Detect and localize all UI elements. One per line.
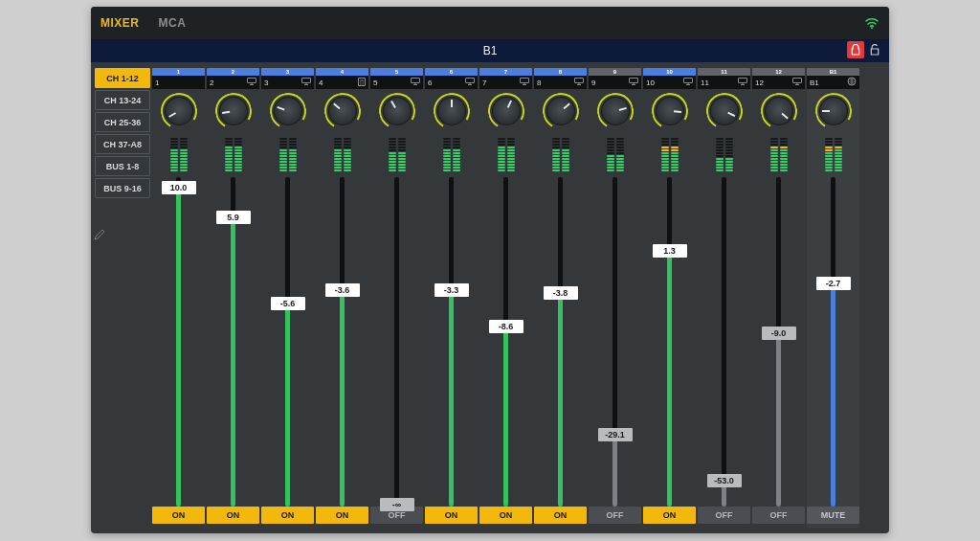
channel-on-button[interactable]: ON	[316, 507, 368, 524]
top-tab-bar: MIXER MCA	[91, 7, 889, 39]
pan-knob[interactable]	[656, 97, 684, 125]
channel-header-tab[interactable]: 7	[479, 68, 532, 76]
channel-source-row[interactable]: 3	[261, 76, 314, 89]
channel-header-tab[interactable]: 4	[316, 68, 368, 76]
channel-header-tab[interactable]: 12	[752, 68, 805, 76]
channel-on-button[interactable]: OFF	[752, 507, 805, 524]
channel-header-tab[interactable]: 6	[425, 68, 478, 76]
pan-knob[interactable]	[165, 97, 193, 125]
channel-header-tab[interactable]: B1	[807, 68, 859, 76]
channel-source-row[interactable]: 4	[316, 76, 368, 89]
channel-source-row[interactable]: 5	[370, 76, 423, 89]
channel-on-button[interactable]: ON	[534, 507, 587, 524]
svg-rect-11	[793, 79, 802, 83]
channel-on-button[interactable]: ON	[425, 507, 478, 524]
bank-button-ch37-a8[interactable]: CH 37-A8	[95, 134, 150, 154]
tab-mixer[interactable]: MIXER	[100, 16, 140, 30]
channel-header-tab[interactable]: 2	[207, 68, 259, 76]
level-meter	[479, 133, 532, 171]
fader[interactable]: 5.9	[207, 171, 259, 507]
level-meter	[207, 133, 259, 171]
svg-rect-2	[302, 79, 311, 83]
channel-on-button[interactable]: ON	[207, 507, 259, 524]
channel-source-row[interactable]: 6	[425, 76, 478, 89]
channel-source-row[interactable]: 2	[207, 76, 259, 89]
level-meter	[370, 133, 423, 171]
svg-rect-10	[739, 79, 747, 83]
fader[interactable]: -2.7	[807, 171, 859, 507]
level-meter	[589, 133, 641, 171]
svg-rect-1	[248, 79, 256, 83]
pan-knob[interactable]	[546, 97, 575, 125]
pan-knob[interactable]	[274, 97, 302, 125]
bank-button-bus9-16[interactable]: BUS 9-16	[95, 178, 150, 198]
lock-button-locked[interactable]	[847, 41, 864, 58]
pan-knob[interactable]	[765, 97, 793, 125]
bank-selector: CH 1-12CH 13-24CH 25-36CH 37-A8BUS 1-8BU…	[91, 62, 150, 533]
channel-header-tab[interactable]: 9	[589, 68, 641, 76]
fader-readout: -9.0	[762, 327, 796, 340]
fader[interactable]: 10.0	[152, 171, 205, 507]
channel-strip-11: 1111-53.0OFF	[698, 68, 750, 528]
fader-readout: 5.9	[216, 211, 251, 224]
svg-rect-4	[412, 79, 420, 83]
output-title: B1	[483, 44, 498, 57]
fader[interactable]: -8.6	[479, 171, 532, 507]
channel-on-button[interactable]: OFF	[698, 507, 750, 524]
channel-source-row[interactable]: 10	[643, 76, 696, 89]
channel-source-row[interactable]: 7	[479, 76, 532, 89]
bank-button-ch1-12[interactable]: CH 1-12	[95, 68, 150, 88]
channel-on-button[interactable]: OFF	[589, 507, 641, 524]
level-meter	[807, 133, 859, 171]
pan-knob[interactable]	[328, 97, 357, 125]
svg-rect-7	[575, 79, 584, 83]
channel-header-tab[interactable]: 11	[698, 68, 750, 76]
tab-mca[interactable]: MCA	[159, 16, 187, 30]
channel-on-button[interactable]: ON	[152, 507, 205, 524]
svg-rect-6	[521, 79, 529, 83]
pan-knob[interactable]	[383, 97, 412, 125]
fader-readout: -∞	[380, 498, 414, 511]
fader[interactable]: -5.6	[261, 171, 314, 507]
monitor-icon	[683, 78, 693, 87]
bank-button-ch25-36[interactable]: CH 25-36	[95, 112, 150, 132]
monitor-icon	[792, 78, 802, 87]
fader-readout: -3.6	[325, 283, 360, 297]
lock-button-unlocked[interactable]	[866, 41, 883, 58]
fader[interactable]: -3.8	[534, 171, 587, 507]
channel-header-tab[interactable]: 3	[261, 68, 314, 76]
pan-knob[interactable]	[601, 97, 630, 125]
bank-button-ch13-24[interactable]: CH 13-24	[95, 90, 150, 110]
fader[interactable]: -9.0	[752, 171, 805, 507]
monitor-icon	[247, 78, 256, 87]
fader[interactable]: 1.3	[643, 171, 696, 507]
pan-knob[interactable]	[492, 97, 521, 125]
pan-knob[interactable]	[819, 97, 848, 125]
level-meter	[534, 133, 587, 171]
channel-header-tab[interactable]: 5	[370, 68, 423, 76]
channel-header-tab[interactable]: 8	[534, 68, 587, 76]
edit-icon[interactable]	[94, 229, 105, 242]
channel-source-row[interactable]: 11	[698, 76, 750, 89]
mute-button[interactable]: MUTE	[807, 507, 859, 524]
pan-knob[interactable]	[437, 97, 466, 125]
bank-button-bus1-8[interactable]: BUS 1-8	[95, 156, 150, 176]
fader[interactable]: -53.0	[698, 171, 750, 507]
channel-on-button[interactable]: ON	[261, 507, 314, 524]
fader[interactable]: -29.1	[589, 171, 641, 507]
channel-source-row[interactable]: 8	[534, 76, 587, 89]
channel-on-button[interactable]: ON	[643, 507, 696, 524]
channel-source-row[interactable]: 12	[752, 76, 805, 89]
fader[interactable]: -3.6	[316, 171, 368, 507]
channel-source-row[interactable]: B1	[807, 76, 859, 89]
fader[interactable]: -3.3	[425, 171, 478, 507]
level-meter	[698, 133, 750, 171]
channel-on-button[interactable]: ON	[479, 507, 532, 524]
channel-header-tab[interactable]: 1	[152, 68, 205, 76]
pan-knob[interactable]	[219, 97, 248, 125]
fader[interactable]: -∞	[370, 171, 423, 507]
channel-header-tab[interactable]: 10	[643, 68, 696, 76]
pan-knob[interactable]	[710, 97, 739, 125]
channel-source-row[interactable]: 9	[589, 76, 641, 89]
channel-source-row[interactable]: 1	[152, 76, 205, 89]
